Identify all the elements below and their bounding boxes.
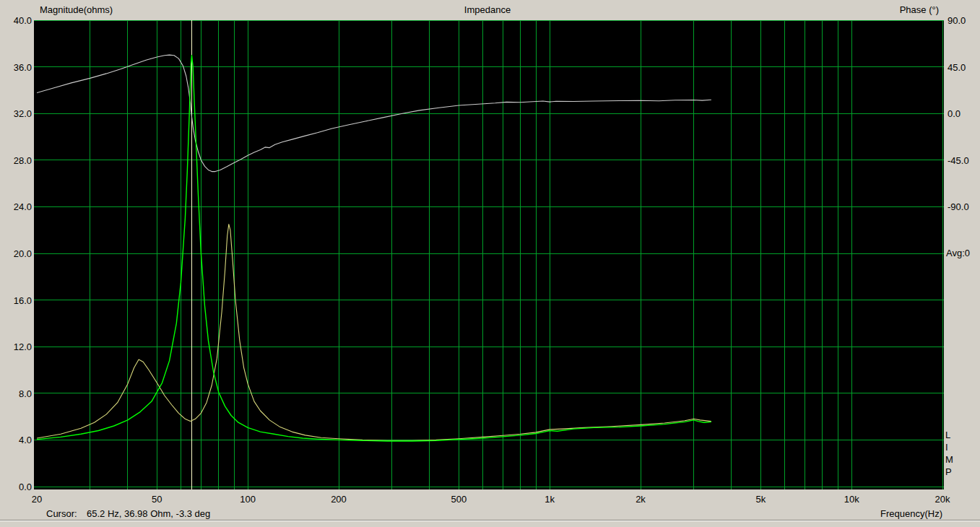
- limp-letter: L: [945, 429, 953, 441]
- limp-letter: I: [945, 441, 953, 453]
- phase-tick-label: -90.0: [948, 201, 969, 212]
- limp-impedance-window: Magnitude(ohms) Impedance Phase (°) 40.0…: [0, 0, 980, 527]
- frequency-tick-label: 2k: [619, 494, 662, 505]
- plot-background: [34, 20, 944, 489]
- frequency-tick-label: 10k: [830, 494, 873, 505]
- frequency-tick-label: 100: [226, 494, 269, 505]
- phase-tick-label: 0.0: [948, 108, 961, 119]
- chart-title: Impedance: [415, 4, 560, 15]
- frequency-tick-label: 20k: [921, 494, 964, 505]
- magnitude-tick-label: 24.0: [1, 201, 32, 212]
- impedance-plot-canvas[interactable]: [0, 0, 980, 527]
- frequency-tick-label: 20: [15, 494, 58, 505]
- limp-letter: P: [945, 466, 953, 478]
- magnitude-tick-label: 40.0: [1, 15, 32, 26]
- average-count-label: Avg:0: [946, 248, 970, 258]
- magnitude-tick-label: 36.0: [1, 62, 32, 73]
- frequency-tick-label: 1k: [528, 494, 571, 505]
- magnitude-tick-label: 0.0: [1, 482, 32, 492]
- frequency-tick-label: 200: [317, 494, 360, 505]
- magnitude-tick-label: 20.0: [1, 248, 32, 259]
- cursor-label: Cursor:: [46, 508, 77, 519]
- limp-letter: M: [945, 453, 953, 466]
- magnitude-axis-title: Magnitude(ohms): [40, 4, 113, 15]
- frequency-axis-label: Frequency(Hz): [798, 508, 942, 519]
- magnitude-tick-label: 12.0: [1, 341, 32, 352]
- magnitude-tick-label: 8.0: [1, 388, 32, 399]
- frequency-tick-label: 5k: [739, 494, 782, 505]
- magnitude-tick-label: 28.0: [1, 155, 32, 166]
- window-bottom-edge: [0, 520, 980, 527]
- magnitude-tick-label: 32.0: [1, 108, 32, 119]
- magnitude-tick-label: 16.0: [1, 295, 32, 306]
- phase-tick-label: -45.0: [948, 155, 969, 166]
- cursor-readout: 65.2 Hz, 36.98 Ohm, -3.3 deg: [87, 508, 210, 519]
- frequency-tick-label: 500: [437, 494, 480, 505]
- limp-program-badge: LIMP: [945, 429, 953, 478]
- frequency-tick-label: 50: [135, 494, 178, 505]
- phase-tick-label: 90.0: [948, 15, 966, 26]
- phase-axis-title: Phase (°): [838, 4, 939, 15]
- magnitude-tick-label: 4.0: [1, 435, 32, 445]
- phase-tick-label: 45.0: [948, 62, 966, 73]
